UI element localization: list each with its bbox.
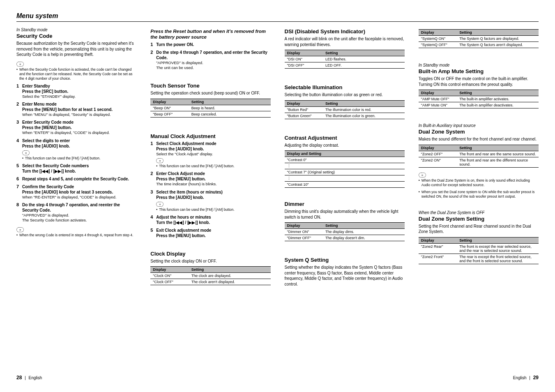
footer-lang-right: English xyxy=(513,376,527,380)
td: "AMP Mute OFF" xyxy=(419,96,457,102)
step-sub: "APPROVED" is displayed. xyxy=(22,213,136,218)
separator: | xyxy=(527,376,532,380)
td: The front is except the rear selected so… xyxy=(457,243,539,254)
step-title: Adjust the hours or minutes xyxy=(156,214,270,220)
footer-lang-left: English xyxy=(29,376,42,380)
step-title: Enter Clock Adjust mode xyxy=(156,171,270,176)
heading-reset: Press the Reset button and when it's rem… xyxy=(150,28,270,40)
td: "Zone2 ON" xyxy=(419,157,457,167)
note-dualzone-2: When you set the Dual zone system to ON … xyxy=(419,190,539,199)
td: "AMP Mute ON" xyxy=(419,102,457,108)
th-display: Display xyxy=(419,145,457,151)
th-display: Display xyxy=(419,90,457,96)
td: "Zone2 OFF" xyxy=(419,151,457,157)
td: "Dimmer OFF" xyxy=(285,235,323,241)
separator: | xyxy=(23,376,28,380)
step-bold: Press the [MENU] button. xyxy=(156,176,270,182)
step-bold: Turn the [|◀◀] / [▶▶|] knob. xyxy=(156,220,270,225)
table-touch-sensor: DisplaySetting "Beep ON"Beep is heard. "… xyxy=(150,99,270,118)
note-security-activated: When the Security Code function is activ… xyxy=(16,67,136,81)
th-display-setting: Display and Setting xyxy=(285,151,405,157)
column-2: Press the Reset button and when it's rem… xyxy=(150,28,270,289)
desc-amp-mute: Toggles ON or OFF the mute control on th… xyxy=(419,76,539,87)
td: "Zone2 Rear" xyxy=(419,243,457,254)
heading-amp-mute: Built-in Amp Mute Setting xyxy=(419,68,539,74)
desc-illumination: Selecting the button illumination color … xyxy=(285,92,405,98)
td: The System Q factors aren't displayed. xyxy=(457,42,539,48)
footer-left: 28 | English xyxy=(16,375,42,380)
th-display: Display xyxy=(285,50,323,56)
desc-touch-sensor: Setting the operation check sound (beep … xyxy=(150,90,270,96)
step-sub: Select the "Clock Adjust" display. xyxy=(156,152,270,157)
step-bold: Press the [SRC] button. xyxy=(22,89,136,94)
desc-dz-setting: Setting the Front channel and Rear chann… xyxy=(419,224,539,235)
note-icon xyxy=(16,227,24,232)
td: "DSI ON" xyxy=(285,56,323,62)
step-bold: Press the [MENU] button for at least 1 s… xyxy=(22,107,136,112)
td: "Button Red" xyxy=(285,106,323,113)
td: The System Q factors are displayed. xyxy=(457,36,539,42)
page-number-right: 29 xyxy=(533,375,539,380)
heading-clock-display: Clock Display xyxy=(150,251,270,257)
step-title: Select Clock Adjustment mode xyxy=(156,141,270,146)
note-dualzone-1: When the Dual Zone System is on, there i… xyxy=(419,178,539,187)
step-bold: Press the [MENU] button. xyxy=(22,125,136,130)
td-dots: ⋮ xyxy=(285,163,405,169)
step-title: Enter Standby xyxy=(22,83,136,89)
step-sub: Select the "STANDBY" display. xyxy=(22,94,136,99)
td: The display doesn't dim. xyxy=(323,235,405,241)
th-display: Display xyxy=(285,100,323,106)
context-standby: In Standby mode xyxy=(419,63,539,67)
step-sub: The unit can be used. xyxy=(156,65,270,70)
step-note: This function can be used the [FM] / [AM… xyxy=(156,208,270,212)
step-bold: Press the [AUDIO] knob. xyxy=(156,195,270,200)
th-display: Display xyxy=(150,267,189,273)
heading-security-code: Security Code xyxy=(16,33,136,39)
desc-dimmer: Dimming this unit's display automaticall… xyxy=(285,209,405,220)
th-setting: Setting xyxy=(457,145,539,151)
step-note: This function can be used the [FM] / [AM… xyxy=(22,156,136,161)
step-title: Select the item (hours or minutes) xyxy=(156,189,270,195)
td: "Clock ON" xyxy=(150,273,189,279)
td: The clock are displayed. xyxy=(189,273,271,279)
heading-dsi: DSI (Disabled System Indicator) xyxy=(285,28,405,35)
td: "Contrast 10" xyxy=(285,182,405,188)
table-contrast: Display and Setting "Contrast 0" ⋮ "Cont… xyxy=(285,150,405,188)
table-dimmer: DisplaySetting "Dimmer ON"The display di… xyxy=(285,222,405,241)
note-icon xyxy=(419,173,426,178)
td: The display dims. xyxy=(323,229,405,235)
td: "Button Green" xyxy=(285,113,323,119)
th-setting: Setting xyxy=(323,50,405,56)
page-footer: 28 | English English | 29 xyxy=(16,375,539,380)
step-title: Enter Security Code mode xyxy=(22,120,136,125)
step-title: Do the step 4 through 7 operation, and r… xyxy=(22,202,136,213)
th-setting: Setting xyxy=(457,90,539,96)
context-aux: In Built-in Auxiliary input source xyxy=(419,123,539,128)
table-system-q: DisplaySetting "SystemQ ON"The System Q … xyxy=(419,29,539,48)
th-setting: Setting xyxy=(189,99,271,105)
step-bold: Press the [AUDIO] knob for at least 3 se… xyxy=(22,189,136,195)
td: "Contrast 7" (Original setting) xyxy=(285,169,405,175)
td: LED flashes. xyxy=(323,56,405,62)
desc-dual-zone: Makes the sound different for the front … xyxy=(419,136,539,142)
column-3: DSI (Disabled System Indicator) A red in… xyxy=(285,28,405,289)
step-sub: The Security Code function activates. xyxy=(22,218,136,223)
note-wrong-code: When the wrong Code is entered in steps … xyxy=(16,233,136,238)
step-title: Select the digits to enter xyxy=(22,138,136,143)
desc-contrast: Adjusting the display contrast. xyxy=(285,143,405,148)
heading-dual-zone: Dual Zone System xyxy=(419,129,539,135)
td: "Beep OFF" xyxy=(150,111,189,117)
step-title: Enter Menu mode xyxy=(22,101,136,107)
td-dots: ⋮ xyxy=(285,175,405,182)
td: "DSI OFF" xyxy=(285,62,323,69)
th-display: Display xyxy=(419,30,457,36)
page-number-left: 28 xyxy=(16,375,22,380)
table-clock-display: DisplaySetting "Clock ON"The clock are d… xyxy=(150,266,270,285)
page-columns: In Standby mode Security Code Because au… xyxy=(16,28,539,289)
steps-clock-adj: Select Clock Adjustment mode Press the [… xyxy=(150,141,270,238)
desc-system-q: Setting whether the display indicates th… xyxy=(285,265,405,287)
td: The illumination color is red. xyxy=(323,106,405,113)
table-dsi: DisplaySetting "DSI ON"LED flashes. "DSI… xyxy=(285,50,405,69)
desc-dsi: A red indicator will blink on the unit a… xyxy=(285,36,405,47)
step-sub: The time indicator (hours) is blinks. xyxy=(156,182,270,187)
